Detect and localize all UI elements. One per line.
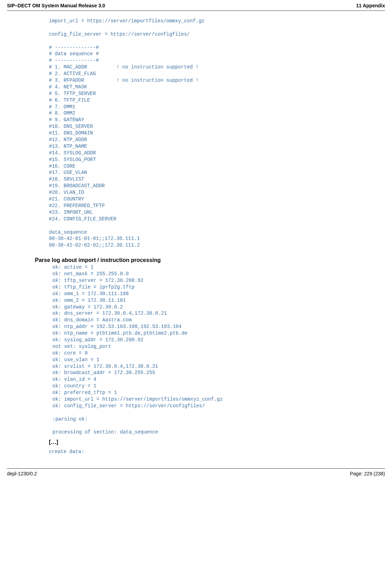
header-rule <box>7 10 385 11</box>
header-left: SIP–DECT OM System Manual Release 3.0 <box>7 3 105 8</box>
footer-right: Page: 229 (238) <box>350 471 385 476</box>
page-header: SIP–DECT OM System Manual Release 3.0 11… <box>0 0 392 10</box>
page-footer: depl-1230/0.2 Page: 229 (238) <box>0 471 392 481</box>
create-data-line: create data: <box>49 449 343 454</box>
footer-left: depl-1230/0.2 <box>7 471 37 476</box>
header-right: 11 Appendix <box>356 3 385 8</box>
parse-log-block: ok: active = 1 ok: net_mask = 255.255.0.… <box>52 264 343 436</box>
content: import_url = https://server/importfiles/… <box>0 18 392 454</box>
section-heading: Parse log about import / instruction pro… <box>35 257 343 263</box>
ellipsis: […] <box>49 439 343 445</box>
config-code-block: import_url = https://server/importfiles/… <box>49 18 343 249</box>
footer-rule <box>7 468 385 469</box>
